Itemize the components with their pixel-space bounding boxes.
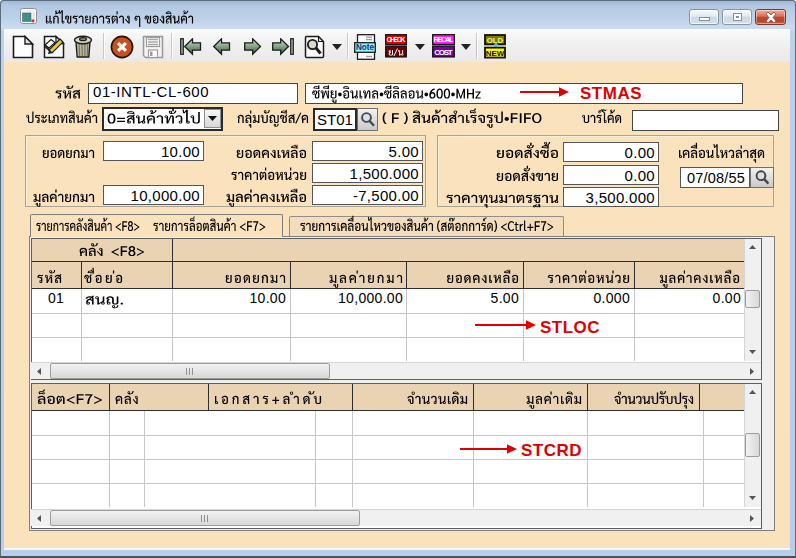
svg-text:NEW: NEW — [486, 49, 505, 58]
svg-text:CHECK: CHECK — [387, 35, 407, 44]
svg-text:Note: Note — [356, 43, 375, 52]
svg-text:COST: COST — [434, 48, 453, 57]
svg-text:OLD: OLD — [487, 36, 504, 45]
svg-text:RECAL: RECAL — [434, 35, 454, 44]
